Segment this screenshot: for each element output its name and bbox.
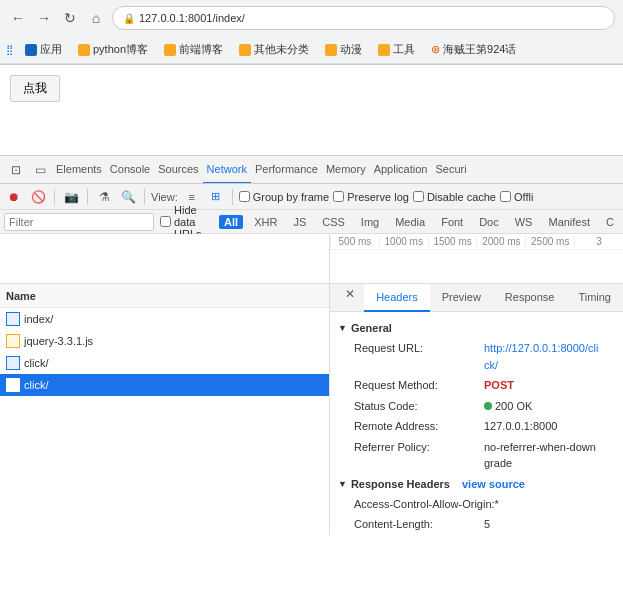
filter-button[interactable]: ⚗ xyxy=(94,187,114,207)
bookmark-tools[interactable]: 工具 xyxy=(372,40,421,59)
timeline-ruler: 500 ms 1000 ms 1500 ms 2000 ms 2500 ms 3 xyxy=(330,234,623,250)
filter-media[interactable]: Media xyxy=(390,215,430,229)
filter-other[interactable]: C xyxy=(601,215,619,229)
bookmark-icon-other xyxy=(239,44,251,56)
status-value: 200 OK xyxy=(484,398,532,415)
timeline-left xyxy=(0,234,330,283)
address-bar[interactable]: 🔒 127.0.0.1:8001/index/ xyxy=(112,6,615,30)
details-tab-timing[interactable]: Timing xyxy=(566,284,623,312)
main-area: Name index/ jquery-3.3.1.js click/ click… xyxy=(0,284,623,535)
details-tab-response[interactable]: Response xyxy=(493,284,567,312)
url-key: Request URL: xyxy=(354,340,484,373)
filter-js[interactable]: JS xyxy=(288,215,311,229)
bookmark-anime[interactable]: 动漫 xyxy=(319,40,368,59)
file-list: Name index/ jquery-3.3.1.js click/ click… xyxy=(0,284,330,535)
bookmark-icon-anime xyxy=(325,44,337,56)
reload-button[interactable]: ↻ xyxy=(60,8,80,28)
preserve-log-input[interactable] xyxy=(333,191,344,202)
tab-security[interactable]: Securi xyxy=(431,156,470,184)
bookmark-apps[interactable]: 应用 xyxy=(19,40,68,59)
group-by-frame-checkbox[interactable]: Group by frame xyxy=(239,191,329,203)
hide-data-urls-input[interactable] xyxy=(160,216,171,227)
offline-input[interactable] xyxy=(500,191,511,202)
bookmark-label-tools: 工具 xyxy=(393,42,415,57)
filter-img[interactable]: Img xyxy=(356,215,384,229)
filter-xhr[interactable]: XHR xyxy=(249,215,282,229)
disable-cache-input[interactable] xyxy=(413,191,424,202)
devtools: ⊡ ▭ Elements Console Sources Network Per… xyxy=(0,155,623,535)
filter-font[interactable]: Font xyxy=(436,215,468,229)
details-close-button[interactable]: ✕ xyxy=(340,284,360,304)
bookmark-other[interactable]: 其他未分类 xyxy=(233,40,315,59)
file-item-2[interactable]: click/ xyxy=(0,352,329,374)
inspect-icon[interactable]: ⊡ xyxy=(4,158,28,182)
file-item-0[interactable]: index/ xyxy=(0,308,329,330)
status-text: 200 OK xyxy=(495,400,532,412)
tab-elements[interactable]: Elements xyxy=(52,156,106,184)
device-icon[interactable]: ▭ xyxy=(28,158,52,182)
url-value[interactable]: http://127.0.0.1:8000/click/ xyxy=(484,340,599,373)
back-button[interactable]: ← xyxy=(8,8,28,28)
filter-css[interactable]: CSS xyxy=(317,215,350,229)
general-section-title: General xyxy=(351,322,392,334)
response-headers-section-header[interactable]: ▼ Response Headers view source xyxy=(330,474,623,494)
bookmark-frontend[interactable]: 前端博客 xyxy=(158,40,229,59)
toolbar-separator-4 xyxy=(232,189,233,205)
detail-row-method: Request Method: POST xyxy=(330,375,623,396)
detail-row-referrer: Referrer Policy: no-referrer-when-downgr… xyxy=(330,437,623,474)
file-item-1[interactable]: jquery-3.3.1.js xyxy=(0,330,329,352)
click-me-button[interactable]: 点我 xyxy=(10,75,60,102)
clear-button[interactable]: 🚫 xyxy=(28,187,48,207)
tab-performance[interactable]: Performance xyxy=(251,156,322,184)
file-name-2: click/ xyxy=(24,357,48,369)
general-arrow-icon: ▼ xyxy=(338,323,347,333)
home-button[interactable]: ⌂ xyxy=(86,8,106,28)
filter-bar: Hide data URLs All XHR JS CSS Img Media … xyxy=(0,210,623,234)
filter-ws[interactable]: WS xyxy=(510,215,538,229)
filter-doc[interactable]: Doc xyxy=(474,215,504,229)
toolbar-separator-1 xyxy=(54,189,55,205)
filter-all-button[interactable]: All xyxy=(219,215,243,229)
bookmark-onepiece[interactable]: ⊛ 海贼王第924话 xyxy=(425,40,522,59)
file-name-0: index/ xyxy=(24,313,53,325)
remote-value: 127.0.0.1:8000 xyxy=(484,418,557,435)
content-length-key: Content-Length: xyxy=(354,516,484,533)
toolbar-separator-2 xyxy=(87,189,88,205)
method-value: POST xyxy=(484,377,514,394)
filter-input[interactable] xyxy=(4,213,154,231)
toolbar-separator-3 xyxy=(144,189,145,205)
file-item-3[interactable]: click/ xyxy=(0,374,329,396)
group-by-frame-input[interactable] xyxy=(239,191,250,202)
response-headers-title: Response Headers xyxy=(351,478,450,490)
file-icon-1 xyxy=(6,334,20,348)
record-button[interactable]: ⏺ xyxy=(4,187,24,207)
tab-console[interactable]: Console xyxy=(106,156,154,184)
tab-application[interactable]: Application xyxy=(370,156,432,184)
details-tab-headers[interactable]: Headers xyxy=(364,284,430,312)
disable-cache-checkbox[interactable]: Disable cache xyxy=(413,191,496,203)
details-content: ▼ General Request URL: http://127.0.0.1:… xyxy=(330,312,623,535)
filter-manifest[interactable]: Manifest xyxy=(543,215,595,229)
cors-key: Access-Control-Allow-Origin: xyxy=(354,496,495,513)
referrer-key: Referrer Policy: xyxy=(354,439,484,472)
offline-checkbox[interactable]: Offli xyxy=(500,191,533,203)
detail-row-remote: Remote Address: 127.0.0.1:8000 xyxy=(330,416,623,437)
lock-icon: 🔒 xyxy=(123,13,135,24)
preserve-log-checkbox[interactable]: Preserve log xyxy=(333,191,409,203)
tab-network[interactable]: Network xyxy=(203,156,251,184)
search-button[interactable]: 🔍 xyxy=(118,187,138,207)
status-key: Status Code: xyxy=(354,398,484,415)
file-icon-2 xyxy=(6,356,20,370)
view-source-link[interactable]: view source xyxy=(462,478,525,490)
bookmark-python[interactable]: python博客 xyxy=(72,40,154,59)
details-tab-preview[interactable]: Preview xyxy=(430,284,493,312)
tab-sources[interactable]: Sources xyxy=(154,156,202,184)
general-section-header[interactable]: ▼ General xyxy=(330,318,623,338)
address-text: 127.0.0.1:8001/index/ xyxy=(139,12,245,24)
camera-button[interactable]: 📷 xyxy=(61,187,81,207)
tab-memory[interactable]: Memory xyxy=(322,156,370,184)
forward-button[interactable]: → xyxy=(34,8,54,28)
file-name-1: jquery-3.3.1.js xyxy=(24,335,93,347)
method-key: Request Method: xyxy=(354,377,484,394)
bookmark-label-apps: 应用 xyxy=(40,42,62,57)
